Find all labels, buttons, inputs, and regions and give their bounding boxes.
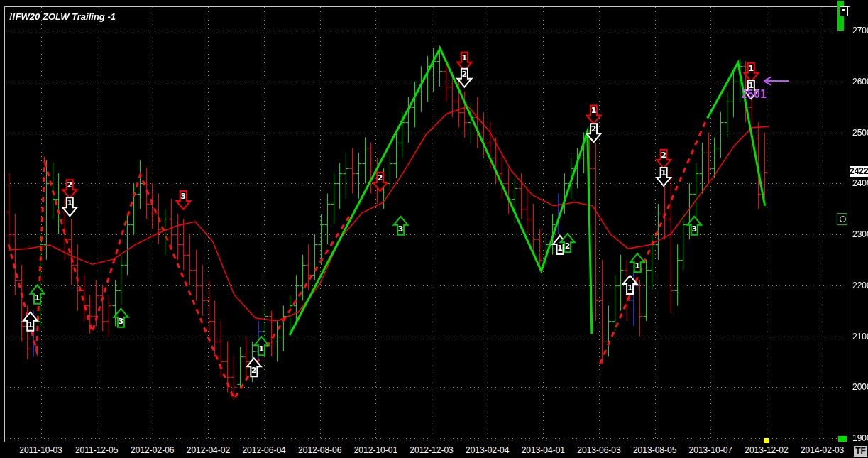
last-price-box: 2422 — [850, 166, 868, 177]
date-axis-label: 2013-08-05 — [633, 445, 676, 455]
chart-window: !!FW20 ZOLW Trailing -1 2700260025002400… — [0, 0, 868, 458]
price-axis-label: 2100 — [852, 332, 868, 342]
price-chart-canvas[interactable] — [0, 0, 868, 458]
price-axis-label: 2400 — [852, 178, 868, 188]
date-axis-label: 2012-06-04 — [242, 445, 285, 455]
price-axis-label: 2700 — [852, 26, 868, 36]
date-axis-label: 2013-06-03 — [577, 445, 620, 455]
timeframe-button[interactable]: TF — [854, 446, 867, 457]
price-axis-label: 2500 — [852, 128, 868, 138]
date-axis-label: 2014-02-03 — [801, 445, 844, 455]
bottom-corner-marker[interactable] — [838, 436, 847, 442]
date-axis-label: 2012-04-02 — [187, 445, 230, 455]
chart-title: !!FW20 ZOLW Trailing -1 — [9, 11, 116, 22]
price-axis-label: 2000 — [852, 382, 868, 392]
price-axis[interactable]: 270026002500240023002200210020001900 — [850, 0, 868, 442]
date-axis-label: 2012-10-01 — [354, 445, 397, 455]
chart-corner-dot-icon — [842, 9, 845, 11]
circle-handle-icon[interactable] — [840, 216, 846, 222]
current-bar-marker — [764, 438, 769, 443]
price-axis-label: 2600 — [852, 77, 868, 87]
price-axis-label: 2300 — [852, 229, 868, 239]
date-axis-label: 2012-12-03 — [410, 445, 453, 455]
price-axis-label: 2200 — [852, 280, 868, 290]
date-axis-label: 2012-02-06 — [131, 445, 174, 455]
chart-corner-box-icon[interactable] — [840, 6, 848, 16]
date-axis-label: 2013-10-07 — [689, 445, 732, 455]
date-axis-label: 2011-12-05 — [75, 445, 119, 455]
date-axis-label: 2012-08-06 — [298, 445, 341, 455]
date-axis[interactable]: 2011-10-032011-12-052012-02-062012-04-02… — [0, 442, 868, 458]
date-axis-label: 2013-12-02 — [745, 445, 788, 455]
date-axis-label: 2011-10-03 — [19, 445, 62, 455]
date-axis-label: 2013-02-04 — [466, 445, 509, 455]
date-axis-label: 2013-04-01 — [522, 445, 565, 455]
